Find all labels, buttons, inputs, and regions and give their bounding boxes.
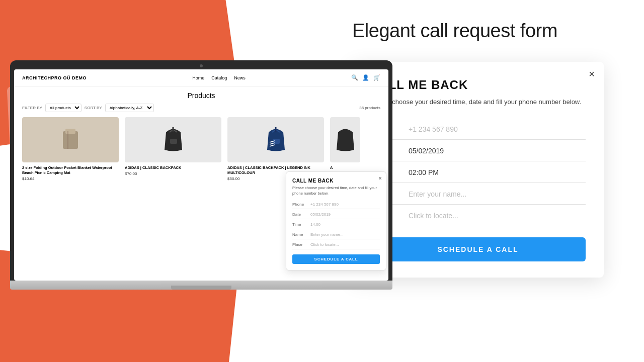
store-header: ARCHITECHPRO OÜ DEMO Home Catalog News 🔍…: [14, 69, 388, 86]
filter-label: FILTER BY: [22, 106, 42, 110]
store-logo: ARCHITECHPRO OÜ DEMO: [22, 75, 87, 80]
search-icon[interactable]: 🔍: [351, 74, 358, 81]
product-image: [22, 117, 119, 162]
nav-news[interactable]: News: [234, 75, 246, 80]
cart-icon[interactable]: 🛒: [373, 74, 380, 81]
schedule-call-button[interactable]: SCHEDULE A CALL: [370, 237, 586, 261]
laptop-time-value: 14:00: [310, 222, 320, 227]
filter-select[interactable]: All products: [45, 104, 82, 112]
time-field[interactable]: Time 02:00 PM: [370, 162, 586, 183]
laptop-base: [10, 281, 392, 290]
laptop-phone-label: Phone: [292, 202, 307, 207]
products-title: Products: [22, 92, 380, 100]
laptop-camera: [200, 64, 203, 67]
laptop-phone-field[interactable]: Phone +1 234 567 890: [292, 200, 380, 209]
laptop-schedule-button[interactable]: SCHEDULE A CALL: [292, 254, 380, 264]
laptop-date-label: Date: [292, 212, 307, 217]
svg-rect-3: [170, 139, 177, 144]
svg-rect-0: [63, 131, 78, 149]
product-image: [227, 117, 324, 162]
phone-field[interactable]: Phone +1 234 567 890: [370, 119, 586, 140]
nav-catalog[interactable]: Catalog: [211, 75, 227, 80]
svg-rect-1: [65, 129, 75, 134]
product-name: 2 size Folding Outdoor Pocket Blanket Wa…: [22, 165, 119, 175]
laptop-name-field[interactable]: Name Enter your name...: [292, 230, 380, 239]
user-icon[interactable]: 👤: [362, 74, 369, 81]
laptop-time-field[interactable]: Time 14:00: [292, 220, 380, 229]
product-name: ADIDAS | CLASSIC BACKPACK: [125, 165, 221, 170]
laptop-date-value: 05/02/2019: [310, 212, 331, 217]
filter-group: FILTER BY All products SORT BY Alphabeti…: [22, 104, 154, 112]
store-nav: Home Catalog News: [192, 75, 246, 80]
product-price: $10.64: [22, 176, 119, 181]
place-field[interactable]: Place Click to locate...: [370, 206, 586, 226]
place-value: Click to locate...: [409, 212, 458, 220]
main-modal-title: CALL ME BACK: [370, 78, 586, 92]
date-field[interactable]: Date 05/02/2019: [370, 141, 586, 161]
laptop-name-value: Enter your name...: [310, 232, 344, 237]
product-name: A: [330, 165, 380, 170]
main-modal-close-button[interactable]: ×: [589, 69, 595, 79]
laptop-place-value: Click to locate...: [310, 242, 339, 247]
laptop-bezel: ARCHITECHPRO OÜ DEMO Home Catalog News 🔍…: [10, 60, 392, 281]
products-count: 35 products: [359, 106, 380, 110]
laptop-modal-close-button[interactable]: ×: [378, 175, 382, 182]
main-modal-description: Please choose your desired time, date an…: [370, 97, 586, 107]
product-image: [125, 117, 221, 162]
laptop-date-field[interactable]: Date 05/02/2019: [292, 210, 380, 219]
name-value: Enter your name...: [409, 190, 466, 198]
laptop-modal-title: CALL ME BACK: [292, 178, 380, 184]
store-icons: 🔍 👤 🛒: [351, 74, 380, 81]
time-value: 02:00 PM: [409, 168, 439, 176]
laptop-place-field[interactable]: Place Click to locate...: [292, 240, 380, 249]
laptop-name-label: Name: [292, 232, 307, 237]
laptop-small-modal: × CALL ME BACK Please choose your desire…: [286, 171, 386, 270]
product-card[interactable]: ADIDAS | CLASSIC BACKPACK $70.00: [125, 117, 221, 181]
date-value: 05/02/2019: [409, 147, 444, 155]
product-image: [330, 117, 360, 162]
phone-value: +1 234 567 890: [409, 125, 458, 133]
sort-select[interactable]: Alphabetically, A-Z: [105, 104, 154, 112]
laptop-mockup: ARCHITECHPRO OÜ DEMO Home Catalog News 🔍…: [10, 60, 392, 290]
laptop-phone-value: +1 234 567 890: [310, 202, 339, 207]
product-card[interactable]: 2 size Folding Outdoor Pocket Blanket Wa…: [22, 117, 119, 181]
laptop-modal-desc: Please choose your desired time, date an…: [292, 186, 380, 196]
laptop-screen: ARCHITECHPRO OÜ DEMO Home Catalog News 🔍…: [14, 69, 388, 281]
page-title: Elegant call request form: [352, 20, 624, 42]
product-price: $70.00: [125, 171, 221, 176]
nav-home[interactable]: Home: [192, 75, 204, 80]
name-field[interactable]: Name Enter your name...: [370, 184, 586, 205]
products-section: Products FILTER BY All products SORT BY …: [14, 86, 388, 186]
sort-label: SORT BY: [85, 106, 102, 110]
laptop-time-label: Time: [292, 222, 307, 227]
laptop-place-label: Place: [292, 242, 307, 247]
filter-bar: FILTER BY All products SORT BY Alphabeti…: [22, 104, 380, 112]
